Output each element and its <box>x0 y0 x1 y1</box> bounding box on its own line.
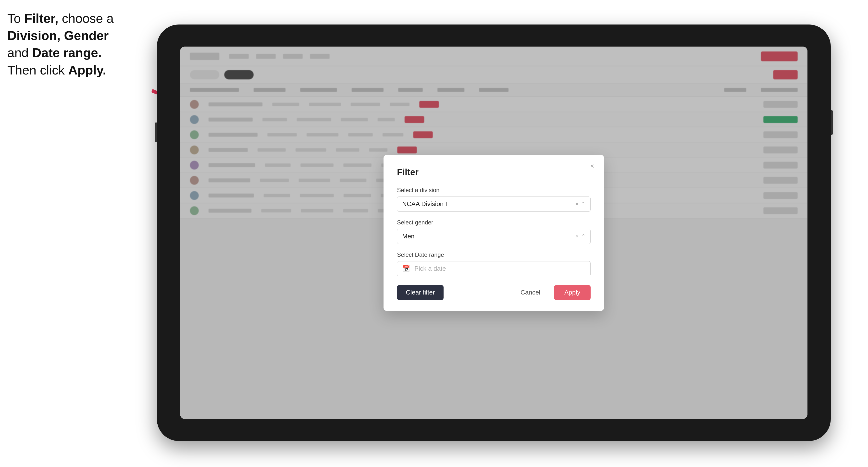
modal-overlay: × Filter Select a division NCAA Division… <box>180 46 807 419</box>
date-placeholder: Pick a date <box>414 265 446 273</box>
gender-select-icons: × ⌃ <box>576 233 585 240</box>
calendar-icon: 📅 <box>402 265 410 273</box>
instruction-line1: To Filter, choose aDivision, Genderand D… <box>7 11 114 77</box>
gender-field-group: Select gender Men × ⌃ <box>397 219 591 244</box>
tablet-notch-left <box>155 123 157 142</box>
modal-footer-right: Cancel Apply <box>512 285 591 300</box>
gender-label: Select gender <box>397 219 591 226</box>
tablet-frame: × Filter Select a division NCAA Division… <box>157 25 831 441</box>
division-select[interactable]: NCAA Division I × ⌃ <box>397 196 591 212</box>
date-label: Select Date range <box>397 251 591 258</box>
modal-title: Filter <box>397 167 591 177</box>
chevron-gender-icon: ⌃ <box>581 233 585 240</box>
division-select-value: NCAA Division I <box>402 200 447 208</box>
division-field-group: Select a division NCAA Division I × ⌃ <box>397 187 591 212</box>
clear-division-icon[interactable]: × <box>576 201 579 207</box>
modal-footer: Clear filter Cancel Apply <box>397 285 591 300</box>
cancel-button[interactable]: Cancel <box>512 285 549 300</box>
tablet-notch-right <box>831 110 833 135</box>
gender-select-value: Men <box>402 232 415 240</box>
date-input[interactable]: 📅 Pick a date <box>397 261 591 276</box>
division-select-icons: × ⌃ <box>576 201 585 207</box>
modal-close-button[interactable]: × <box>588 162 597 170</box>
division-label: Select a division <box>397 187 591 193</box>
gender-select[interactable]: Men × ⌃ <box>397 229 591 244</box>
apply-button[interactable]: Apply <box>554 285 591 300</box>
clear-gender-icon[interactable]: × <box>576 233 579 240</box>
clear-filter-button[interactable]: Clear filter <box>397 285 443 300</box>
filter-modal: × Filter Select a division NCAA Division… <box>383 155 604 311</box>
tablet-screen: × Filter Select a division NCAA Division… <box>180 46 807 419</box>
chevron-division-icon: ⌃ <box>581 201 585 207</box>
date-field-group: Select Date range 📅 Pick a date <box>397 251 591 276</box>
instruction-text: To Filter, choose aDivision, Genderand D… <box>7 10 114 79</box>
